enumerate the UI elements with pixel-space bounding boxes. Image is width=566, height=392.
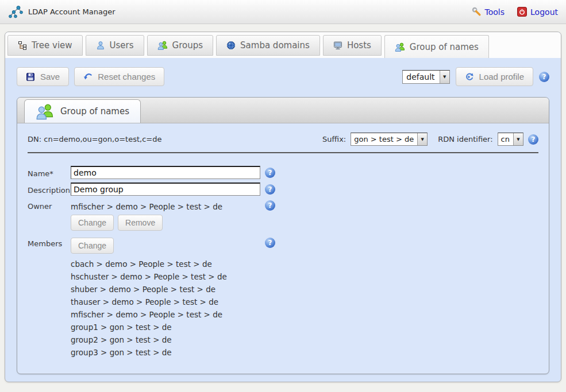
help-icon[interactable]: ? bbox=[265, 184, 275, 195]
help-icon[interactable]: ? bbox=[265, 168, 275, 178]
inner-tabstrip: Group of names bbox=[17, 98, 549, 123]
dn-row: DN: cn=demo,ou=gon,o=test,c=de Suffix: g… bbox=[28, 133, 538, 146]
app-header: LDAP Account Manager Tools Logout bbox=[0, 0, 566, 24]
tab-hosts[interactable]: Hosts bbox=[323, 35, 382, 56]
tab-group-of-names[interactable]: Group of names bbox=[384, 35, 489, 58]
description-row: Description ? bbox=[28, 183, 538, 196]
logout-power-icon bbox=[517, 7, 527, 17]
group-of-names-panel: Group of names DN: cn=demo,ou=gon,o=test… bbox=[17, 97, 549, 374]
help-icon[interactable]: ? bbox=[539, 72, 549, 82]
tools-link[interactable]: Tools bbox=[472, 7, 505, 17]
owner-change-button[interactable]: Change bbox=[71, 215, 114, 231]
rdn-select-value: cn bbox=[498, 133, 513, 145]
members-change-button[interactable]: Change bbox=[71, 238, 114, 254]
tab-label: Users bbox=[110, 40, 134, 51]
change-label: Change bbox=[78, 218, 106, 227]
reset-changes-button[interactable]: Reset changes bbox=[74, 67, 164, 86]
remove-label: Remove bbox=[125, 218, 155, 227]
member-item: group2 > gon > test > de bbox=[71, 333, 538, 346]
owner-remove-button[interactable]: Remove bbox=[118, 215, 163, 231]
member-item: cbach > demo > People > test > de bbox=[71, 258, 538, 270]
owner-label: Owner bbox=[28, 200, 71, 211]
module-tabstrip: Tree view Users Groups bbox=[5, 32, 561, 58]
globe-icon bbox=[226, 41, 236, 50]
host-monitor-icon bbox=[333, 41, 342, 50]
help-icon[interactable]: ? bbox=[528, 134, 538, 145]
reset-changes-label: Reset changes bbox=[98, 72, 155, 81]
chevron-down-icon: ▼ bbox=[513, 133, 523, 145]
tab-label: Samba domains bbox=[240, 40, 310, 51]
tab-samba-domains[interactable]: Samba domains bbox=[216, 35, 320, 56]
help-icon[interactable]: ? bbox=[265, 238, 275, 248]
inner-tab-group-of-names[interactable]: Group of names bbox=[24, 99, 141, 123]
app-branding: LDAP Account Manager bbox=[8, 5, 115, 20]
logout-label: Logout bbox=[530, 7, 558, 17]
tree-view-icon bbox=[18, 41, 27, 50]
tab-label: Tree view bbox=[32, 40, 72, 51]
change-label: Change bbox=[78, 241, 106, 250]
member-item: group3 > gon > test > de bbox=[71, 346, 538, 359]
tab-tree-view[interactable]: Tree view bbox=[7, 35, 83, 56]
member-item: shuber > demo > People > test > de bbox=[71, 283, 538, 296]
wrench-icon bbox=[472, 7, 482, 17]
save-floppy-icon bbox=[26, 72, 35, 81]
suffix-select[interactable]: gon > test > de ▼ bbox=[351, 133, 428, 146]
tab-label: Hosts bbox=[347, 40, 371, 51]
name-input[interactable] bbox=[71, 166, 260, 179]
reload-profile-icon bbox=[465, 72, 474, 81]
user-icon bbox=[96, 41, 105, 50]
member-item: hschuster > demo > People > test > de bbox=[71, 270, 538, 283]
group-of-names-icon bbox=[36, 103, 54, 120]
member-item: thauser > demo > People > test > de bbox=[71, 296, 538, 308]
tab-label: Groups bbox=[172, 40, 203, 51]
members-row: Members Change ? bbox=[28, 238, 538, 254]
save-button[interactable]: Save bbox=[17, 67, 69, 86]
main-panel: Tree view Users Groups bbox=[5, 32, 561, 382]
owner-row: Owner mfischer > demo > People > test > … bbox=[28, 200, 538, 211]
chevron-down-icon: ▼ bbox=[440, 71, 449, 83]
suffix-label: Suffix: bbox=[322, 135, 346, 143]
name-row: Name* ? bbox=[28, 166, 538, 179]
save-label: Save bbox=[40, 72, 60, 81]
profile-select[interactable]: default ▼ bbox=[402, 70, 449, 84]
toolbar-right: default ▼ Load profile ? bbox=[402, 67, 549, 86]
app-title: LDAP Account Manager bbox=[28, 7, 115, 16]
profile-select-value: default bbox=[403, 71, 439, 83]
description-input[interactable] bbox=[71, 183, 260, 196]
suffix-select-value: gon > test > de bbox=[351, 133, 417, 145]
logout-link[interactable]: Logout bbox=[517, 7, 558, 17]
member-list: cbach > demo > People > test > de hschus… bbox=[71, 258, 538, 359]
tools-label: Tools bbox=[485, 7, 505, 17]
undo-arrow-icon bbox=[83, 72, 93, 81]
member-item: mfischer > demo > People > test > de bbox=[71, 308, 538, 321]
group-icon bbox=[157, 41, 168, 50]
description-label: Description bbox=[28, 184, 71, 195]
members-label: Members bbox=[28, 238, 71, 248]
content-area: Save Reset changes default ▼ bbox=[5, 58, 561, 382]
group-of-names-icon bbox=[395, 42, 405, 52]
rdn-select[interactable]: cn ▼ bbox=[498, 133, 523, 146]
suffix-rdn-controls: Suffix: gon > test > de ▼ RDN identifier… bbox=[322, 133, 538, 146]
rdn-label: RDN identifier: bbox=[438, 135, 492, 143]
load-profile-button[interactable]: Load profile bbox=[456, 67, 533, 86]
owner-value: mfischer > demo > People > test > de bbox=[71, 200, 222, 211]
dn-text: DN: cn=demo,ou=gon,o=test,c=de bbox=[28, 135, 161, 143]
inner-tab-label: Group of names bbox=[60, 106, 129, 117]
member-item: group1 > gon > test > de bbox=[71, 321, 538, 333]
toolbar-left: Save Reset changes bbox=[17, 67, 164, 86]
load-profile-label: Load profile bbox=[479, 72, 524, 81]
help-icon[interactable]: ? bbox=[265, 200, 275, 211]
header-links: Tools Logout bbox=[472, 7, 558, 17]
lam-logo-icon bbox=[8, 5, 23, 20]
separator bbox=[28, 152, 538, 153]
chevron-down-icon: ▼ bbox=[417, 133, 427, 145]
tab-label: Group of names bbox=[410, 42, 479, 52]
tab-groups[interactable]: Groups bbox=[147, 35, 213, 56]
tab-users[interactable]: Users bbox=[86, 35, 144, 56]
owner-buttons: Change Remove bbox=[71, 215, 538, 231]
toolbar: Save Reset changes default ▼ bbox=[5, 67, 561, 86]
name-label: Name* bbox=[28, 168, 71, 178]
inner-body: DN: cn=demo,ou=gon,o=test,c=de Suffix: g… bbox=[17, 123, 549, 374]
